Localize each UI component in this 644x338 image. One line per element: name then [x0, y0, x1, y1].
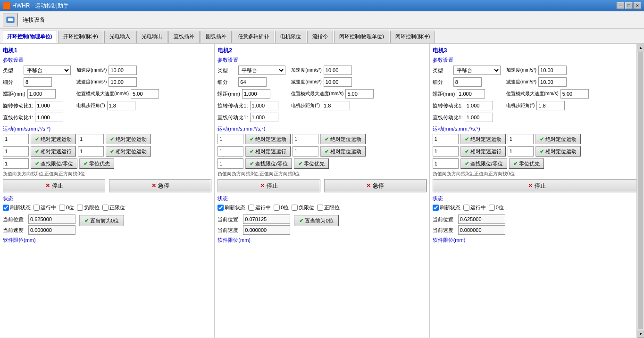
tab-linear-interp[interactable]: 直线插补 [168, 31, 200, 43]
motor2-lin-ratio-input[interactable] [250, 113, 278, 122]
motor1-refresh-checkbox[interactable]: 刷新状态 [3, 204, 31, 211]
motor2-zero-search-input[interactable] [217, 158, 243, 169]
motor2-zero-search-btn[interactable]: ✔ 查找限位/零位 [245, 158, 292, 169]
motor2-stepangle-input[interactable] [322, 101, 350, 110]
motor2-rot-ratio-input[interactable] [250, 101, 278, 110]
tab-arc-interp[interactable]: 圆弧插补 [201, 31, 232, 43]
motor2-lin-ratio-label: 直线传动比1: [217, 114, 248, 121]
motor1-stepangle-input[interactable] [107, 101, 135, 110]
motor1-rel-pos-input[interactable] [78, 146, 104, 157]
scroll-thumb[interactable] [638, 52, 643, 329]
motor1-abs-vel-input[interactable] [3, 134, 29, 144]
tab-motor-limit[interactable]: 电机限位 [275, 31, 306, 43]
tab-multi-axis[interactable]: 任意多轴插补 [233, 31, 274, 43]
motor3-rel-pos-input[interactable] [508, 146, 534, 157]
motor1-rel-vel-input[interactable] [3, 146, 29, 157]
motor3-rot-ratio-input[interactable] [465, 101, 493, 110]
motor2-abs-pos-btn[interactable]: ✔ 绝对定位运动 [320, 134, 366, 144]
motor2-pitch-label: 螺距(mm) [217, 91, 240, 98]
motor3-rel-vel-input[interactable] [433, 146, 459, 157]
motor3-refresh-checkbox[interactable]: 刷新状态 [433, 204, 460, 211]
motor1-lin-ratio-input[interactable] [35, 113, 63, 122]
motor2-maxvel-input[interactable] [345, 89, 374, 99]
motor1-accel-input[interactable] [109, 66, 137, 75]
connect-icon-button[interactable] [3, 13, 18, 26]
motor2-rel-vel-input[interactable] [217, 146, 243, 157]
motor2-abs-vel-btn[interactable]: ✔ 绝对定速运动 [245, 134, 291, 144]
motor2-accel-input[interactable] [324, 66, 352, 75]
motor3-zero-search-btn[interactable]: ✔ 查找限位/零位 [460, 158, 507, 169]
motor3-stepangle-input[interactable] [536, 101, 565, 110]
motor1-abs-vel-btn[interactable]: ✔ 绝对定速运动 [31, 134, 76, 144]
motor1-set-zero-btn[interactable]: ✔ 置当前为0位 [79, 215, 124, 226]
motor1-rel-pos-btn[interactable]: ✔ 相对定位运动 [106, 146, 151, 157]
motor1-abs-pos-btn[interactable]: ✔ 绝对定位运动 [106, 134, 151, 144]
motor2-type-select[interactable]: 平移台 [238, 66, 285, 75]
motor3-abs-vel-input[interactable] [433, 134, 459, 144]
motor3-accel-input[interactable] [538, 66, 567, 75]
motor1-stop-btn[interactable]: ✕ 停止 [3, 179, 105, 192]
motor3-running-checkbox: 运行中 [463, 204, 486, 211]
motor2-pitch-input[interactable] [242, 89, 270, 99]
motor3-pitch-input[interactable] [457, 89, 485, 99]
motor2-accel-label: 加速度(mm/s²) [291, 67, 321, 74]
motor3-rel-pos-btn[interactable]: ✔ 相对定位运动 [535, 146, 581, 157]
toolbar: 连接设备 [0, 11, 644, 29]
scroll-down-arrow[interactable]: ▼ [637, 330, 644, 338]
motor3-zero-prior-btn[interactable]: ✔ 零位优先 [509, 158, 544, 169]
motor1-subdiv-input[interactable] [24, 77, 52, 87]
motor3-abs-pos-btn[interactable]: ✔ 绝对定位运动 [535, 134, 581, 144]
motor3-maxvel-input[interactable] [560, 89, 589, 99]
motor2-abs-vel-input[interactable] [217, 134, 243, 144]
cross-icon: ✕ [366, 182, 371, 189]
motor1-zero-search-input[interactable] [3, 158, 29, 169]
tab-closed-loop-physical[interactable]: 闭环控制(物理单位) [334, 31, 389, 43]
motor3-type-select[interactable]: 平移台 [453, 66, 501, 75]
motor3-subdiv-input[interactable] [453, 77, 482, 87]
motor3-decel-input[interactable] [538, 77, 567, 87]
check-icon: ✔ [250, 148, 254, 155]
tab-closed-loop-pulse[interactable]: 闭环控制(脉冲) [390, 31, 435, 43]
motor3-abs-vel-btn[interactable]: ✔ 绝对定速运动 [460, 134, 506, 144]
tab-open-loop-physical[interactable]: 开环控制(物理单位) [2, 31, 57, 43]
motor2-set-zero-btn[interactable]: ✔ 置当前为0位 [294, 215, 339, 226]
motor3-subdiv-label: 细分 [433, 79, 452, 86]
motor2-curpos-label: 当前位置 [217, 216, 241, 223]
motor2-emerg-btn[interactable]: ✕ 急停 [324, 179, 427, 192]
tab-open-loop-pulse[interactable]: 开环控制(脉冲) [58, 31, 103, 43]
motor3-rel-vel-btn[interactable]: ✔ 相对定速运行 [460, 146, 506, 157]
maximize-button[interactable]: □ [625, 2, 633, 9]
motor1-maxvel-input[interactable] [131, 89, 159, 99]
motor1-decel-input[interactable] [109, 77, 137, 87]
tab-flow-cmd[interactable]: 流指令 [307, 31, 333, 43]
motor2-abs-pos-input[interactable] [293, 134, 318, 144]
vertical-scrollbar[interactable]: ▲ ▼ [636, 44, 644, 338]
motor1-pitch-input[interactable] [27, 89, 56, 99]
motor3-lin-ratio-input[interactable] [465, 113, 493, 122]
motor1-zero-prior-btn[interactable]: ✔ 零位优先 [79, 158, 114, 169]
motor3-zero-checkbox: 0位 [489, 204, 504, 211]
motor1-rel-vel-btn[interactable]: ✔ 相对定速运行 [31, 146, 76, 157]
scroll-up-arrow[interactable]: ▲ [637, 44, 644, 51]
motor3-zero-search-input[interactable] [433, 158, 459, 169]
tab-photo-output[interactable]: 光电输出 [136, 31, 167, 43]
motor1-zero-search-btn[interactable]: ✔ 查找限位/零位 [31, 158, 77, 169]
motor3-stop-btn[interactable]: ✕ 停止 [433, 179, 641, 192]
motor1-rot-ratio-input[interactable] [35, 101, 63, 110]
motor2-title: 电机2 [217, 47, 426, 55]
tab-photo-input[interactable]: 光电输入 [104, 31, 135, 43]
motor2-decel-input[interactable] [324, 77, 352, 87]
motor2-rel-vel-btn[interactable]: ✔ 相对定速运行 [245, 146, 291, 157]
motor2-zero-prior-btn[interactable]: ✔ 零位优先 [294, 158, 329, 169]
motor2-rel-pos-btn[interactable]: ✔ 相对定位运动 [320, 146, 366, 157]
motor2-refresh-checkbox[interactable]: 刷新状态 [217, 204, 245, 211]
motor2-rel-pos-input[interactable] [293, 146, 318, 157]
motor2-subdiv-input[interactable] [238, 77, 267, 87]
motor1-abs-pos-input[interactable] [78, 134, 104, 144]
minimize-button[interactable]: ─ [617, 2, 624, 9]
motor2-stop-btn[interactable]: ✕ 停止 [217, 179, 320, 192]
motor3-abs-pos-input[interactable] [508, 134, 534, 144]
close-button[interactable]: ✕ [634, 2, 641, 9]
motor1-emerg-btn[interactable]: ✕ 急停 [109, 179, 211, 192]
motor1-type-select[interactable]: 平移台 [24, 66, 71, 75]
